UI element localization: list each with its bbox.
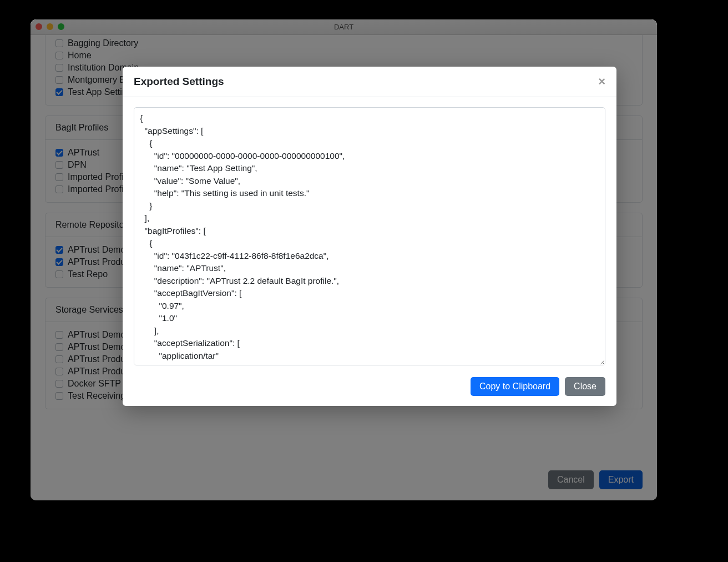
exported-json-textarea[interactable] bbox=[134, 107, 605, 365]
modal-body bbox=[123, 97, 616, 377]
copy-to-clipboard-button[interactable]: Copy to Clipboard bbox=[471, 377, 559, 396]
app-window: DART Bagging DirectoryHomeInstitution Do… bbox=[31, 19, 657, 500]
modal-title: Exported Settings bbox=[134, 76, 598, 88]
close-icon[interactable]: × bbox=[598, 76, 605, 88]
exported-settings-modal: Exported Settings × Copy to Clipboard Cl… bbox=[123, 67, 616, 406]
modal-header: Exported Settings × bbox=[123, 67, 616, 97]
close-button[interactable]: Close bbox=[565, 377, 605, 396]
modal-footer: Copy to Clipboard Close bbox=[123, 377, 616, 406]
